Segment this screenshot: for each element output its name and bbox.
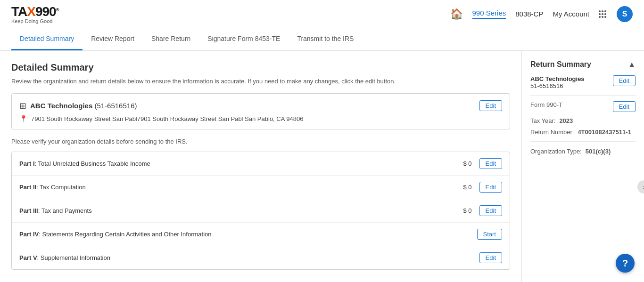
part-right: Edit	[479, 252, 502, 263]
part-v-edit-button[interactable]: Edit	[479, 252, 502, 263]
table-row: Part III: Tax and Payments $ 0 Edit	[12, 199, 510, 223]
tab-share-return[interactable]: Share Return	[143, 28, 199, 50]
sidebar-title: Return Summary ▲	[530, 60, 636, 69]
sidebar-org-type-value: 501(c)(3)	[586, 148, 611, 155]
sidebar-org-type-label: Organization Type:	[530, 148, 582, 155]
part-right: $ 0 Edit	[453, 182, 502, 193]
grid-icon[interactable]	[599, 10, 607, 18]
org-name: ABC Technologies (51-6516516)	[30, 102, 137, 110]
sidebar-org-edit-button[interactable]: Edit	[613, 75, 636, 86]
org-address-row: 📍 7901 South Rockaway Street San Pabl790…	[19, 115, 502, 122]
tab-signature-form[interactable]: Signature Form 8453-TE	[199, 28, 289, 50]
part-right: $ 0 Edit	[453, 205, 502, 216]
table-row: Part II: Tax Computation $ 0 Edit	[12, 176, 510, 199]
part-label: Part IV: Statements Regarding Certain Ac…	[19, 231, 212, 238]
part-i-edit-button[interactable]: Edit	[479, 158, 502, 169]
sidebar-org-ein: 51-6516516	[530, 82, 585, 89]
sidebar-tax-year-value: 2023	[559, 117, 573, 124]
part-right: $ 0 Edit	[453, 158, 502, 169]
org-icon: ⊞	[19, 101, 26, 111]
content-wrapper: Detailed Summary Review the organization…	[0, 51, 644, 282]
org-edit-button[interactable]: Edit	[479, 100, 502, 111]
org-ein: (51-6516516)	[94, 102, 137, 110]
help-button[interactable]: ?	[616, 254, 635, 273]
part-label: Part I: Total Unrelated Business Taxable…	[19, 160, 150, 167]
part-iii-edit-button[interactable]: Edit	[479, 205, 502, 216]
sidebar-org-name: ABC Technologies	[530, 75, 585, 82]
sidebar-return-number-label: Return Number:	[530, 129, 574, 136]
part-amount: $ 0	[453, 160, 472, 167]
verify-text: Please verify your organization details …	[11, 138, 510, 145]
home-icon[interactable]: 🏠	[450, 8, 463, 20]
org-header: ⊞ ABC Technologies (51-6516516) Edit	[19, 100, 502, 111]
part-label: Part V: Supplemental Information	[19, 254, 110, 261]
header: TAX990® Keep Doing Good 🏠 990 Series 803…	[0, 0, 644, 28]
content-area: Detailed Summary Review the organization…	[0, 51, 521, 282]
nav-my-account[interactable]: My Account	[553, 10, 589, 18]
page-title: Detailed Summary	[11, 62, 510, 73]
tab-detailed-summary[interactable]: Detailed Summary	[11, 28, 83, 50]
logo: TAX990®	[11, 4, 58, 19]
part-amount: $ 0	[453, 184, 472, 191]
sidebar: Return Summary ▲ ABC Technologies 51-651…	[521, 51, 644, 282]
table-row: Part IV: Statements Regarding Certain Ac…	[12, 223, 510, 246]
org-address: 7901 South Rockaway Street San Pabl7901 …	[31, 115, 303, 122]
location-icon: 📍	[19, 115, 27, 122]
part-ii-edit-button[interactable]: Edit	[479, 182, 502, 193]
sidebar-org-type-row: Organization Type: 501(c)(3)	[530, 147, 636, 155]
sidebar-divider-2	[530, 141, 636, 142]
sidebar-form-row: Form 990-T Edit	[530, 101, 636, 112]
tabs-bar: Detailed Summary Review Report Share Ret…	[0, 28, 644, 51]
part-amount: $ 0	[453, 207, 472, 214]
part-iv-start-button[interactable]: Start	[477, 229, 502, 240]
org-card: ⊞ ABC Technologies (51-6516516) Edit 📍 7…	[11, 93, 510, 129]
nav-990-series[interactable]: 990 Series	[472, 9, 506, 19]
org-name-row: ⊞ ABC Technologies (51-6516516)	[19, 101, 137, 111]
header-nav: 🏠 990 Series 8038-CP My Account S	[450, 6, 633, 22]
sidebar-divider	[530, 95, 636, 96]
sidebar-tax-year-label: Tax Year:	[530, 117, 556, 124]
table-row: Part V: Supplemental Information Edit	[12, 246, 510, 269]
tab-review-report[interactable]: Review Report	[83, 28, 143, 50]
part-right: Start	[477, 229, 502, 240]
nav-8038-cp[interactable]: 8038-CP	[515, 10, 543, 18]
sidebar-chevron-icon[interactable]: ▲	[628, 60, 636, 69]
avatar[interactable]: S	[617, 6, 633, 22]
sidebar-form-label: Form 990-T	[530, 101, 562, 108]
logo-tagline: Keep Doing Good	[11, 18, 58, 24]
sidebar-return-number-row: Return Number: 4T001082437511-1	[530, 128, 636, 136]
part-label: Part III: Tax and Payments	[19, 207, 92, 214]
part-label: Part II: Tax Computation	[19, 184, 86, 191]
sidebar-form-edit-button[interactable]: Edit	[613, 101, 636, 112]
logo-area: TAX990® Keep Doing Good	[11, 4, 58, 24]
parts-table: Part I: Total Unrelated Business Taxable…	[11, 152, 510, 270]
tab-transmit-irs[interactable]: Transmit to the IRS	[289, 28, 362, 50]
page-description: Review the organization and return detai…	[11, 78, 510, 85]
sidebar-tax-year-row: Tax Year: 2023	[530, 117, 636, 124]
sidebar-return-number-value: 4T001082437511-1	[578, 129, 631, 136]
sidebar-org-row: ABC Technologies 51-6516516 Edit	[530, 75, 636, 89]
table-row: Part I: Total Unrelated Business Taxable…	[12, 152, 510, 176]
